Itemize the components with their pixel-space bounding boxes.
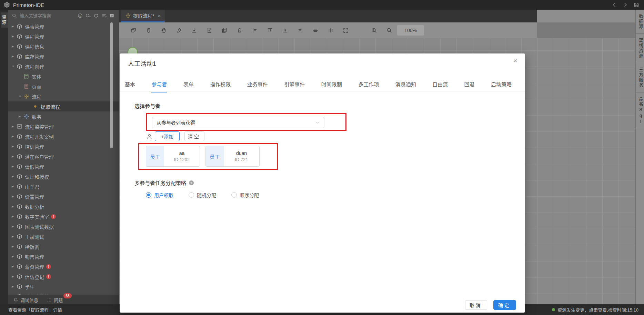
fit-screen-icon[interactable] [343, 27, 349, 33]
add-participant-button[interactable]: +添加 [155, 131, 180, 141]
expand-arrow-icon[interactable]: ▶ [12, 255, 16, 258]
tree-item[interactable]: 页面 [8, 81, 119, 91]
tree-item[interactable]: ▶课表管理 [8, 21, 119, 31]
history-forward-icon[interactable] [623, 2, 628, 8]
sidebar-scrollbar[interactable] [110, 22, 113, 148]
select-icon[interactable] [145, 27, 152, 33]
expand-arrow-icon[interactable]: ▶ [12, 195, 16, 198]
align-center-icon[interactable] [312, 27, 319, 33]
help-icon[interactable]: ? [189, 180, 194, 186]
hand-icon[interactable] [161, 27, 167, 33]
expand-arrow-icon[interactable]: ▶ [12, 165, 16, 168]
expand-arrow-icon[interactable]: ▶ [12, 285, 16, 288]
file-icon[interactable] [206, 27, 212, 33]
right-panel-tab[interactable]: 数据源 [636, 10, 644, 34]
ai-assistant-icon[interactable]: AI [78, 13, 83, 18]
expand-arrow-icon[interactable]: ▶ [12, 245, 16, 248]
problems-button[interactable]: 问题 63 [47, 297, 63, 303]
dialog-tab[interactable]: 多工作项 [358, 80, 379, 92]
tree-item[interactable]: ▶信访登记! [8, 272, 119, 282]
align-top-icon[interactable] [267, 27, 273, 33]
expand-arrow-icon[interactable]: ▶ [12, 225, 16, 228]
strategy-radio[interactable]: 用户领取 [146, 191, 173, 198]
tree-item[interactable]: ▶数据分析 [8, 201, 119, 211]
resources-strip-tab[interactable]: 资源 [1, 12, 8, 28]
dialog-tab[interactable]: 时间限制 [321, 80, 342, 92]
participant-source-select[interactable]: 从参与者列表获得 [152, 117, 324, 128]
tree-item[interactable]: 实体 [8, 71, 119, 81]
dialog-tab[interactable]: 自由流 [432, 80, 448, 92]
align-bottom-icon[interactable] [282, 27, 288, 33]
dialog-tab[interactable]: 业务事件 [247, 80, 268, 92]
dialog-tab[interactable]: 操作权限 [210, 80, 231, 92]
tree-item[interactable]: ▶课程信息 [8, 41, 119, 51]
tree-item[interactable]: ▶王斌测试 [8, 232, 119, 242]
tree-item[interactable]: ▶设置管理 [8, 191, 119, 201]
filter-list-icon[interactable] [101, 13, 107, 18]
tree-item[interactable]: ▶库存管理 [8, 51, 119, 61]
search-input[interactable] [19, 13, 61, 19]
participant-card[interactable]: 员工duanID:721 [205, 146, 260, 167]
dialog-tab[interactable]: 消息通知 [395, 80, 416, 92]
participant-card[interactable]: 员工aaID:1202 [146, 146, 200, 167]
zoom-out-icon[interactable] [386, 27, 392, 33]
history-back-icon[interactable] [612, 2, 617, 8]
expand-arrow-icon[interactable]: ▼ [19, 95, 23, 98]
tree-item[interactable]: 提取流程 [8, 101, 119, 111]
download-icon[interactable] [191, 27, 197, 33]
expand-arrow-icon[interactable]: ▶ [12, 235, 16, 238]
expand-arrow-icon[interactable]: ▶ [12, 25, 16, 28]
expand-arrow-icon[interactable]: ▶ [12, 45, 16, 48]
dialog-tab[interactable]: 引擎事件 [284, 80, 305, 92]
expand-arrow-icon[interactable]: ▶ [12, 185, 16, 188]
tree-item[interactable]: ▶图表测试数据 [8, 222, 119, 232]
dialog-close-icon[interactable]: × [513, 57, 517, 64]
status-resource-text[interactable]: 查看资源「提取流程」详情 [8, 306, 62, 313]
expand-arrow-icon[interactable]: ▶ [12, 145, 16, 148]
expand-arrow-icon[interactable]: ▶ [12, 35, 16, 38]
distribute-icon[interactable] [328, 27, 334, 33]
dialog-tab[interactable]: 回退 [464, 80, 475, 92]
delete-icon[interactable] [237, 27, 243, 33]
tree-item[interactable]: ▼流程创建 [8, 61, 119, 71]
right-panel-tab[interactable]: 命名Sql [636, 92, 644, 129]
ok-button[interactable]: 确定 [493, 300, 516, 310]
tree-item[interactable]: ▶潜在客户管理 [8, 151, 119, 161]
expand-arrow-icon[interactable]: ▶ [12, 155, 16, 158]
expand-arrow-icon[interactable]: ▶ [19, 115, 23, 118]
expand-arrow-icon[interactable]: ▶ [12, 265, 16, 268]
new-resource-icon[interactable] [85, 13, 91, 18]
zoom-level-display[interactable]: 100% [397, 25, 424, 36]
tree-item[interactable]: ▶课程管理 [8, 31, 119, 41]
align-right-icon[interactable] [297, 27, 303, 33]
tree-item[interactable]: ▶销售管理 [8, 252, 119, 262]
dialog-tab[interactable]: 启动策略 [491, 80, 512, 92]
expand-arrow-icon[interactable]: ▶ [12, 55, 16, 58]
tab-close-icon[interactable]: × [158, 13, 161, 19]
refresh-icon[interactable] [93, 13, 99, 18]
tree-item[interactable]: ▶请假管理 [8, 161, 119, 171]
expand-arrow-icon[interactable]: ▶ [12, 205, 16, 208]
strategy-radio[interactable]: 随机分配 [189, 191, 216, 198]
file-copy-icon[interactable] [221, 27, 228, 33]
strategy-radio[interactable]: 顺序分配 [231, 191, 259, 198]
expand-arrow-icon[interactable]: ▶ [12, 275, 16, 278]
tree-item[interactable]: ▶认证和授权 [8, 171, 119, 181]
copy-icon[interactable] [130, 27, 137, 33]
tree-item[interactable]: ▶服务 [8, 111, 119, 121]
tree-item[interactable]: ▶稀饭粥 [8, 242, 119, 252]
save-icon[interactable] [634, 2, 639, 8]
expand-arrow-icon[interactable]: ▶ [12, 135, 16, 138]
tree-item[interactable]: ▶薪资管理! [8, 262, 119, 272]
expand-arrow-icon[interactable]: ▶ [12, 215, 16, 218]
tree-item[interactable]: ▶数字实验室! [8, 211, 119, 222]
cancel-button[interactable]: 取消 [465, 300, 487, 310]
clear-participants-button[interactable]: 清空 [184, 131, 204, 141]
console-icon[interactable] [109, 13, 114, 18]
tree-item[interactable]: ▶山羊君 [8, 181, 119, 191]
tree-item[interactable]: ▶培训管理 [8, 141, 119, 151]
tree-item[interactable]: ▶流程开发案例 [8, 131, 119, 141]
right-panel-tab[interactable]: 三方服务 [636, 63, 644, 92]
zoom-in-icon[interactable] [371, 27, 377, 33]
tree-item[interactable]: ▶流程监控管理 [8, 121, 119, 131]
